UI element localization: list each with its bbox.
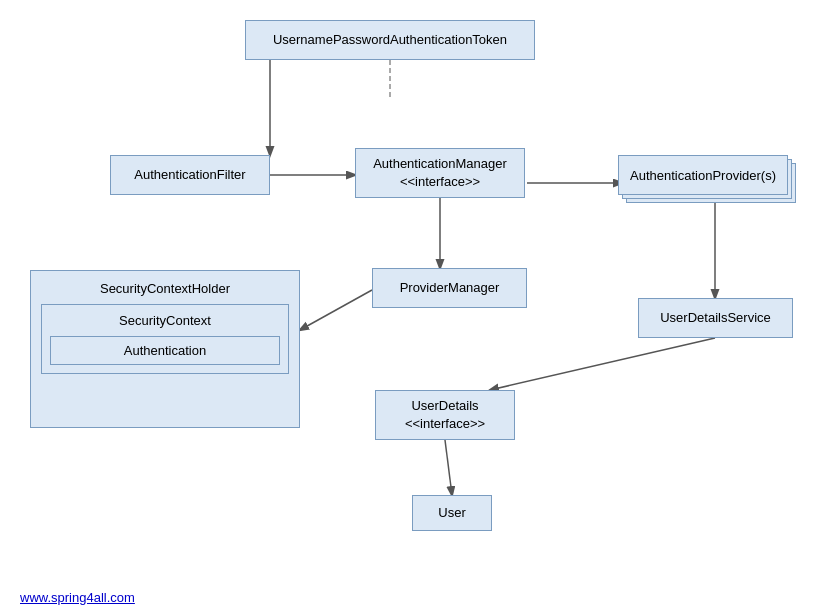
authentication-label: Authentication: [124, 343, 206, 358]
diagram-container: UsernamePasswordAuthenticationToken Auth…: [0, 0, 820, 615]
provider-manager-label: ProviderManager: [400, 279, 500, 297]
authentication-box: Authentication: [50, 336, 280, 365]
svg-line-5: [490, 338, 715, 390]
user-details-service-box: UserDetailsService: [638, 298, 793, 338]
svg-line-7: [300, 290, 372, 330]
website-link[interactable]: www.spring4all.com: [20, 590, 135, 605]
website-link-text: www.spring4all.com: [20, 590, 135, 605]
user-box: User: [412, 495, 492, 531]
security-context-holder-box: SecurityContextHolder SecurityContext Au…: [30, 270, 300, 428]
authentication-filter-box: AuthenticationFilter: [110, 155, 270, 195]
user-label: User: [438, 504, 465, 522]
user-details-line1: UserDetails: [411, 397, 478, 415]
user-details-box: UserDetails <<interface>>: [375, 390, 515, 440]
user-details-line2: <<interface>>: [405, 415, 485, 433]
authentication-manager-line1: AuthenticationManager: [373, 155, 507, 173]
security-context-holder-label: SecurityContextHolder: [41, 281, 289, 296]
username-password-token-box: UsernamePasswordAuthenticationToken: [245, 20, 535, 60]
authentication-manager-box: AuthenticationManager <<interface>>: [355, 148, 525, 198]
user-details-service-label: UserDetailsService: [660, 309, 771, 327]
security-context-label: SecurityContext: [50, 313, 280, 328]
svg-line-6: [445, 440, 452, 495]
provider-manager-box: ProviderManager: [372, 268, 527, 308]
authentication-manager-line2: <<interface>>: [400, 173, 480, 191]
authentication-providers-stacked: AuthenticationProvider(s): [618, 155, 808, 210]
username-password-token-label: UsernamePasswordAuthenticationToken: [273, 31, 507, 49]
authentication-providers-label: AuthenticationProvider(s): [630, 168, 776, 183]
authentication-filter-label: AuthenticationFilter: [134, 166, 245, 184]
